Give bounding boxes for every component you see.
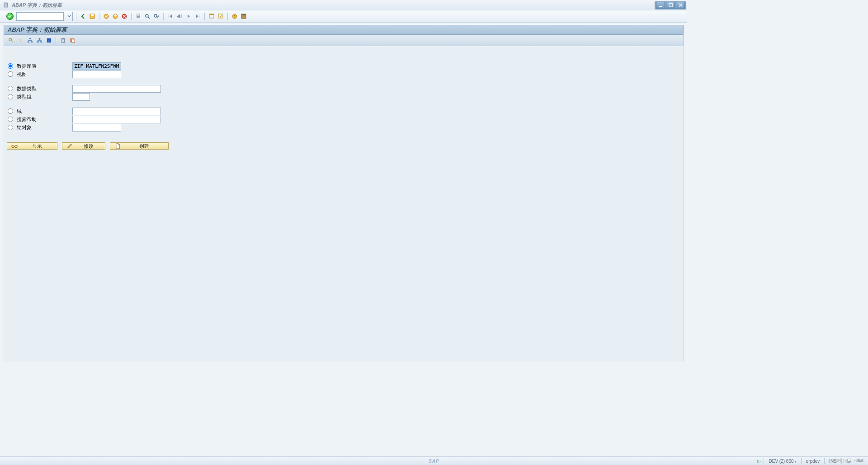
label-type-group: 类型组 xyxy=(17,94,32,100)
first-page-button[interactable] xyxy=(167,13,174,20)
find-button[interactable] xyxy=(144,13,151,20)
label-data-type: 数据类型 xyxy=(17,85,37,92)
input-domain[interactable] xyxy=(72,108,161,115)
radio-data-type-input[interactable] xyxy=(8,86,13,91)
radio-type-group-input[interactable] xyxy=(8,94,13,99)
input-data-type[interactable] xyxy=(72,85,161,93)
back-button[interactable] xyxy=(80,13,87,20)
input-lock-object[interactable] xyxy=(72,124,121,132)
display-button-label: 显示 xyxy=(19,143,55,150)
radio-lock-object-input[interactable] xyxy=(8,125,13,130)
input-search-help[interactable] xyxy=(72,116,161,123)
toolbar-separator xyxy=(204,13,205,20)
svg-point-18 xyxy=(9,38,11,41)
svg-rect-27 xyxy=(61,39,64,42)
row-database-table: 数据库表 xyxy=(7,62,683,70)
svg-rect-17 xyxy=(241,14,246,15)
svg-text:?: ? xyxy=(234,14,236,19)
svg-rect-8 xyxy=(137,14,140,16)
generate-shortcut-button[interactable] xyxy=(217,13,224,20)
radio-data-type[interactable]: 数据类型 xyxy=(7,85,72,92)
delete-button[interactable] xyxy=(59,37,67,44)
exit-button[interactable] xyxy=(103,13,110,20)
next-page-button[interactable] xyxy=(185,13,192,20)
screen-header: ABAP 字典：初始屏幕 xyxy=(4,25,684,35)
save-button[interactable] xyxy=(89,13,96,20)
find-next-button[interactable] xyxy=(153,13,160,20)
input-view[interactable] xyxy=(72,70,121,78)
radio-domain-input[interactable] xyxy=(8,108,13,114)
svg-rect-30 xyxy=(71,39,75,42)
window-title: ABAP 字典：初始屏幕 xyxy=(12,2,62,9)
row-type-group: 类型组 xyxy=(7,93,683,101)
label-database-table: 数据库表 xyxy=(17,63,37,70)
radio-view[interactable]: 视图 xyxy=(7,71,72,78)
create-button[interactable]: 创建 xyxy=(110,142,169,150)
cancel-button[interactable] xyxy=(121,13,128,20)
row-domain: 域 xyxy=(7,107,683,115)
object-list-button[interactable] xyxy=(35,37,43,44)
command-history-button[interactable] xyxy=(66,12,73,21)
hierarchy-display-button[interactable] xyxy=(26,37,34,44)
glasses-icon xyxy=(11,143,18,149)
tree-display-button[interactable]: ↕ xyxy=(16,37,24,44)
window-titlebar: ABAP 字典：初始屏幕 xyxy=(0,0,687,10)
maximize-button[interactable] xyxy=(666,2,675,9)
enter-button[interactable] xyxy=(6,13,14,20)
radio-type-group[interactable]: 类型组 xyxy=(7,94,72,100)
label-lock-object: 锁对象 xyxy=(17,124,32,131)
action-row: 显示 修改 创建 xyxy=(7,142,683,150)
radio-search-help-input[interactable] xyxy=(8,117,13,122)
command-field-wrapper xyxy=(16,12,64,21)
svg-rect-20 xyxy=(27,41,29,42)
radio-database-table[interactable]: 数据库表 xyxy=(7,63,72,70)
cancel-up-button[interactable] xyxy=(112,13,119,20)
svg-point-9 xyxy=(146,14,148,17)
object-type-group-1: 数据库表 视图 xyxy=(7,62,683,78)
radio-domain[interactable]: 域 xyxy=(7,108,72,115)
svg-rect-22 xyxy=(38,38,40,39)
close-button[interactable] xyxy=(676,2,685,9)
radio-view-input[interactable] xyxy=(8,71,13,77)
svg-rect-12 xyxy=(209,14,214,15)
help-button[interactable]: ? xyxy=(231,13,238,20)
toolbar-separator xyxy=(99,13,99,20)
row-search-help: 搜索帮助 xyxy=(7,115,683,123)
app-menu-icon[interactable] xyxy=(3,2,9,8)
command-field[interactable] xyxy=(18,13,62,19)
new-session-button[interactable] xyxy=(208,13,215,20)
object-type-group-3: 域 搜索帮助 锁对象 xyxy=(7,107,683,132)
radio-lock-object[interactable]: 锁对象 xyxy=(7,124,72,131)
window-controls xyxy=(655,1,686,9)
where-used-button[interactable] xyxy=(7,37,15,44)
toolbar-separator xyxy=(131,13,132,20)
application-toolbar: ↕ i xyxy=(4,35,684,46)
label-search-help: 搜索帮助 xyxy=(17,116,37,123)
display-button[interactable]: 显示 xyxy=(7,142,57,150)
minimize-button[interactable] xyxy=(656,2,665,9)
input-database-table[interactable] xyxy=(72,62,121,70)
toolbar-separator xyxy=(76,13,76,20)
new-page-icon xyxy=(114,143,121,149)
svg-rect-13 xyxy=(218,14,223,18)
toolbar-separator xyxy=(163,13,164,20)
row-view: 视图 xyxy=(7,70,683,78)
svg-rect-24 xyxy=(40,41,42,42)
radio-search-help[interactable]: 搜索帮助 xyxy=(7,116,72,123)
pencil-icon xyxy=(66,143,73,149)
object-type-group-2: 数据类型 类型组 xyxy=(7,85,683,101)
create-button-label: 创建 xyxy=(122,143,166,150)
print-button[interactable] xyxy=(135,13,142,20)
copy-button[interactable] xyxy=(68,37,76,44)
customize-layout-button[interactable] xyxy=(240,13,247,20)
last-page-button[interactable] xyxy=(194,13,201,20)
screen-title: ABAP 字典：初始屏幕 xyxy=(8,26,67,34)
info-button[interactable]: i xyxy=(45,37,53,44)
previous-page-button[interactable] xyxy=(176,13,183,20)
svg-rect-28 xyxy=(61,38,64,39)
change-button[interactable]: 修改 xyxy=(62,142,105,150)
input-type-group[interactable] xyxy=(72,93,90,101)
row-lock-object: 锁对象 xyxy=(7,123,683,132)
radio-database-table-input[interactable] xyxy=(8,63,13,69)
change-button-label: 修改 xyxy=(74,143,103,150)
